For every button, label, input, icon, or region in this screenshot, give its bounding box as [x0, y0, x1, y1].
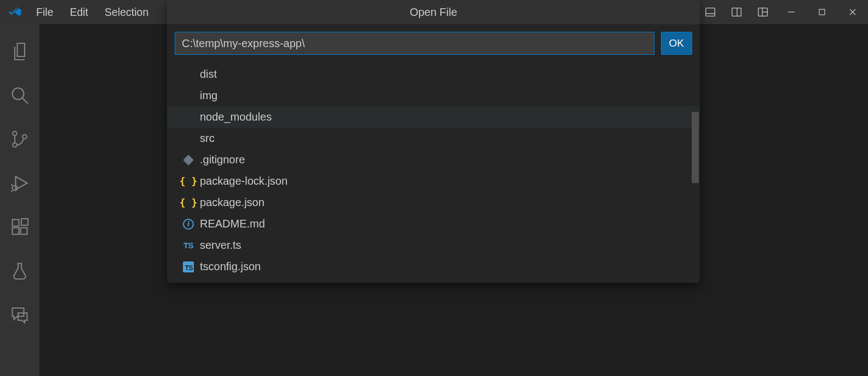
open-file-file-item[interactable]: { }package.json	[167, 192, 700, 213]
vscode-logo-icon	[8, 4, 23, 20]
open-file-folder-item[interactable]: node_modules	[167, 106, 700, 128]
activity-search-icon[interactable]	[0, 76, 39, 115]
open-file-item-label: dist	[200, 68, 217, 81]
open-file-item-label: src	[200, 132, 215, 145]
open-file-file-item[interactable]: TSserver.ts	[167, 235, 700, 256]
svg-rect-22	[21, 219, 28, 225]
open-file-ok-button[interactable]: OK	[661, 32, 692, 55]
info-file-icon: i	[182, 218, 194, 230]
svg-point-16	[13, 186, 18, 191]
activity-source-control-icon[interactable]	[0, 119, 39, 159]
window-maximize-button[interactable]	[807, 0, 837, 24]
svg-line-12	[22, 98, 28, 104]
svg-line-17	[12, 184, 13, 186]
activity-bar	[0, 24, 39, 376]
layout-panel-icon[interactable]	[697, 0, 723, 24]
blank-icon	[182, 133, 194, 145]
svg-rect-21	[21, 228, 27, 235]
activity-extensions-icon[interactable]	[0, 207, 39, 247]
svg-point-11	[13, 88, 24, 100]
open-file-item-label: tsconfig.json	[200, 260, 261, 273]
open-file-dialog: Open File OK distimgnode_modulessrc.giti…	[167, 0, 700, 283]
menu-selection[interactable]: Selection	[97, 0, 156, 24]
open-file-item-label: img	[200, 89, 217, 102]
menu-file-label: File	[36, 6, 53, 19]
activity-feedback-icon[interactable]	[0, 295, 39, 334]
menu-selection-label: Selection	[105, 6, 148, 19]
open-file-file-item[interactable]: { }package-lock.json	[167, 170, 700, 192]
open-file-folder-item[interactable]: img	[167, 85, 700, 106]
menu-edit-label: Edit	[70, 6, 88, 19]
window-close-button[interactable]	[837, 0, 868, 24]
layout-customize-icon[interactable]	[750, 0, 776, 24]
activity-testing-icon[interactable]	[0, 251, 39, 290]
typescript-file-icon: TS	[182, 240, 194, 252]
activity-run-debug-icon[interactable]	[0, 163, 39, 203]
titlebar-right	[697, 0, 868, 24]
open-file-folder-item[interactable]: src	[167, 128, 700, 149]
tsconfig-file-icon: TS	[182, 261, 194, 273]
svg-point-14	[13, 143, 17, 147]
open-file-item-label: package-lock.json	[200, 175, 288, 187]
menu-bar: File Edit Selection	[28, 0, 156, 24]
svg-rect-0	[706, 8, 715, 16]
open-file-file-item[interactable]: iREADME.md	[167, 213, 700, 235]
blank-icon	[182, 69, 194, 81]
blank-icon	[182, 90, 194, 102]
open-file-file-item[interactable]: TStsconfig.json	[167, 256, 700, 277]
open-file-scrollbar[interactable]	[692, 112, 699, 183]
activity-explorer-icon[interactable]	[0, 32, 39, 71]
svg-rect-20	[13, 228, 19, 235]
open-file-list: distimgnode_modulessrc.gitignore{ }packa…	[167, 61, 700, 283]
open-file-item-label: node_modules	[200, 111, 272, 123]
open-file-file-item[interactable]: .gitignore	[167, 149, 700, 170]
open-file-item-label: package.json	[200, 196, 265, 209]
layout-sidebar-icon[interactable]	[723, 0, 750, 24]
menu-file[interactable]: File	[28, 0, 61, 24]
svg-line-18	[12, 191, 13, 192]
svg-point-13	[13, 132, 17, 136]
json-file-icon: { }	[182, 175, 194, 187]
open-file-input-row: OK	[167, 24, 700, 61]
blank-icon	[182, 111, 194, 123]
open-file-title: Open File	[167, 0, 700, 24]
svg-rect-19	[13, 220, 19, 226]
svg-rect-2	[732, 8, 741, 16]
svg-point-15	[22, 135, 27, 139]
open-file-item-label: server.ts	[200, 239, 242, 252]
open-file-item-label: README.md	[200, 218, 265, 230]
open-file-folder-item[interactable]: dist	[167, 64, 700, 85]
window-minimize-button[interactable]	[776, 0, 807, 24]
svg-rect-8	[819, 9, 825, 15]
json-file-icon: { }	[182, 197, 194, 209]
menu-edit[interactable]: Edit	[62, 0, 96, 24]
gitignore-file-icon	[182, 154, 194, 166]
open-file-path-input[interactable]	[175, 32, 654, 55]
open-file-item-label: .gitignore	[200, 153, 245, 166]
